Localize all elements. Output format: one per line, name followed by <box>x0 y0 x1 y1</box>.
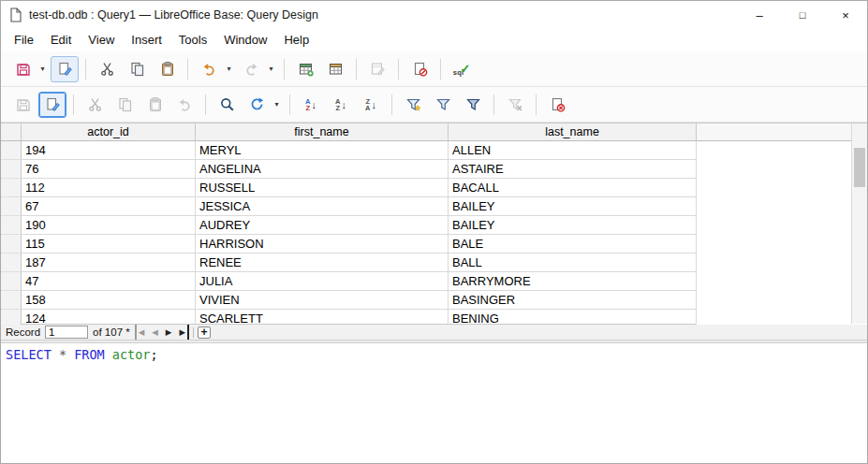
menu-tools[interactable]: Tools <box>170 29 215 51</box>
design-view-button[interactable] <box>363 56 391 82</box>
cell-first-name[interactable]: VIVIEN <box>196 291 449 310</box>
refresh-button[interactable] <box>243 92 271 118</box>
close-button[interactable]: × <box>824 1 867 29</box>
row-header[interactable] <box>1 197 22 216</box>
row-header[interactable] <box>1 291 22 310</box>
scrollbar-thumb[interactable] <box>854 148 865 187</box>
column-header-actor-id[interactable]: actor_id <box>22 123 196 141</box>
cell-actor-id[interactable]: 194 <box>22 141 196 160</box>
refresh-dropdown-caret[interactable]: ▾ <box>272 100 282 109</box>
menu-window[interactable]: Window <box>215 29 275 51</box>
previous-record-button[interactable]: ◀ <box>148 325 162 341</box>
cell-last-name[interactable]: BAILEY <box>449 216 697 235</box>
apply-filter-button[interactable] <box>429 92 457 118</box>
sort-descending-button[interactable]: Z A ↓ <box>357 92 385 118</box>
menu-view[interactable]: View <box>80 29 123 51</box>
redo-button[interactable] <box>237 56 265 82</box>
column-header-first-name[interactable]: first_name <box>196 123 449 141</box>
save-record-button[interactable] <box>8 92 37 118</box>
design-view-icon <box>370 61 386 77</box>
row-header[interactable] <box>1 254 22 272</box>
cell-actor-id[interactable]: 190 <box>22 216 196 235</box>
row-header[interactable] <box>1 310 22 325</box>
undo-button[interactable] <box>170 92 199 118</box>
maximize-button[interactable]: □ <box>781 1 824 29</box>
sort-button[interactable]: A Z ↓ <box>297 92 325 118</box>
row-header[interactable] <box>1 179 22 197</box>
run-sql-directly-button[interactable]: sql ✓ <box>448 56 476 82</box>
cell-actor-id[interactable]: 47 <box>22 272 196 291</box>
cell-actor-id[interactable]: 112 <box>22 179 196 197</box>
menu-edit[interactable]: Edit <box>42 29 80 51</box>
cell-last-name[interactable]: BAILEY <box>449 197 697 216</box>
delete-record-button[interactable] <box>543 92 571 118</box>
grid-corner-cell[interactable] <box>1 123 22 141</box>
row-header[interactable] <box>1 160 22 179</box>
row-header[interactable] <box>1 272 22 291</box>
minimize-button[interactable]: – <box>738 1 781 29</box>
add-table-button[interactable] <box>291 56 319 82</box>
last-record-button[interactable]: ▶ <box>175 325 189 341</box>
vertical-scrollbar[interactable] <box>851 123 867 324</box>
cell-first-name[interactable]: SCARLETT <box>196 310 449 325</box>
cell-actor-id[interactable]: 158 <box>22 291 196 310</box>
save-dropdown-caret[interactable]: ▾ <box>37 65 48 73</box>
cell-actor-id[interactable]: 187 <box>22 254 196 272</box>
redo-dropdown-caret[interactable]: ▾ <box>266 65 276 73</box>
cell-first-name[interactable]: RUSSELL <box>196 179 449 197</box>
cell-first-name[interactable]: MERYL <box>196 141 449 160</box>
cell-first-name[interactable]: ANGELINA <box>196 160 449 179</box>
toolbar-separator <box>85 59 86 80</box>
cell-first-name[interactable]: JESSICA <box>196 197 449 216</box>
cut-button[interactable] <box>93 56 121 82</box>
cell-last-name[interactable]: BARRYMORE <box>449 272 697 291</box>
column-header-last-name[interactable]: last_name <box>449 123 697 141</box>
copy-button[interactable] <box>123 56 151 82</box>
row-header[interactable] <box>1 141 22 160</box>
save-button[interactable] <box>8 56 37 82</box>
undo-dropdown-caret[interactable]: ▾ <box>224 65 234 73</box>
clear-query-button[interactable] <box>405 56 434 82</box>
cell-first-name[interactable]: HARRISON <box>196 235 449 254</box>
sql-editor[interactable]: SELECT * FROM actor; <box>1 343 867 463</box>
cut-button[interactable] <box>81 92 109 118</box>
edit-icon <box>57 61 73 77</box>
cell-last-name[interactable]: ALLEN <box>449 141 697 160</box>
new-record-button[interactable]: + <box>198 326 211 339</box>
copy-button[interactable] <box>110 92 139 118</box>
cell-last-name[interactable]: BACALL <box>449 179 697 197</box>
cell-last-name[interactable]: BALL <box>449 254 697 272</box>
edit-data-button[interactable] <box>38 92 66 118</box>
auto-filter-button[interactable] <box>399 92 427 118</box>
cell-last-name[interactable]: ASTAIRE <box>449 160 697 179</box>
menu-help[interactable]: Help <box>275 29 317 51</box>
row-header[interactable] <box>1 235 22 254</box>
paste-button[interactable] <box>153 56 181 82</box>
cell-last-name[interactable]: BALE <box>449 235 697 254</box>
menu-file[interactable]: File <box>6 29 42 51</box>
row-filler <box>697 254 867 272</box>
sql-token-space <box>51 347 59 362</box>
record-number-input[interactable] <box>45 326 88 339</box>
paste-button[interactable] <box>140 92 169 118</box>
cell-last-name[interactable]: BASINGER <box>449 291 697 310</box>
find-record-button[interactable] <box>213 92 241 118</box>
menu-insert[interactable]: Insert <box>123 29 170 51</box>
row-header[interactable] <box>1 216 22 235</box>
sort-ascending-button[interactable]: A Z ↓ <box>327 92 355 118</box>
cell-last-name[interactable]: BENING <box>449 310 697 325</box>
cell-actor-id[interactable]: 124 <box>22 310 196 325</box>
cell-first-name[interactable]: JULIA <box>196 272 449 291</box>
edit-button[interactable] <box>51 56 79 82</box>
cell-first-name[interactable]: AUDREY <box>196 216 449 235</box>
cell-actor-id[interactable]: 76 <box>22 160 196 179</box>
undo-button[interactable] <box>195 56 223 82</box>
cell-first-name[interactable]: RENEE <box>196 254 449 272</box>
next-record-button[interactable]: ▶ <box>162 325 176 341</box>
reset-filter-button[interactable] <box>501 92 529 118</box>
standard-filter-button[interactable] <box>459 92 487 118</box>
first-record-button[interactable]: ◀ <box>135 325 149 341</box>
add-table-or-query-button[interactable] <box>321 56 349 82</box>
cell-actor-id[interactable]: 115 <box>22 235 196 254</box>
cell-actor-id[interactable]: 67 <box>22 197 196 216</box>
